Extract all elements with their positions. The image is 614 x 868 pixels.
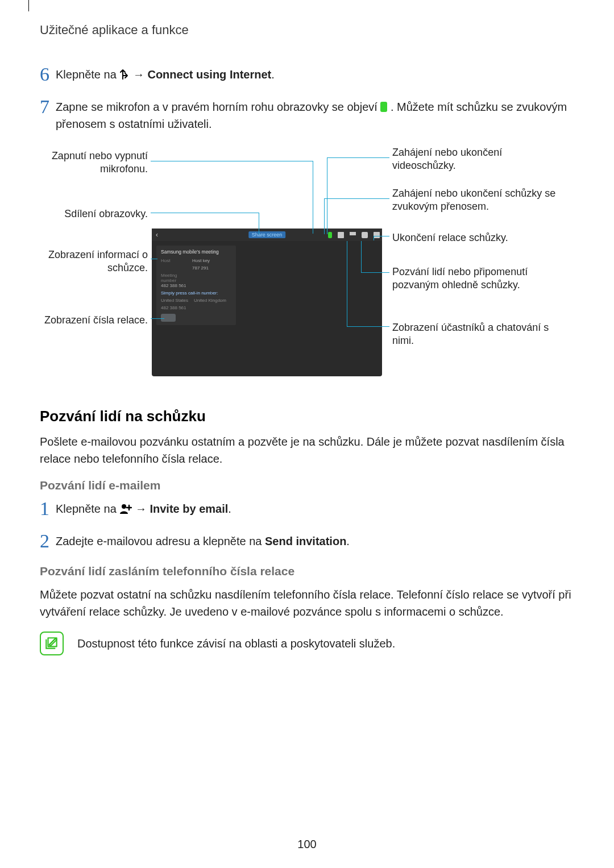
- step-number-1: 1: [40, 499, 56, 518]
- panel-row: Host Host key: [161, 258, 231, 263]
- page-number: 100: [0, 838, 614, 851]
- tablet-mockup: ‹ Share screen Samsung mobile's meeting …: [152, 229, 382, 376]
- dial-in-badge: [161, 314, 176, 322]
- share-screen-button: Share screen: [248, 231, 286, 238]
- sub1-step1-body: Klepněte na → Invite by email.: [56, 500, 574, 519]
- back-icon: ‹: [152, 231, 162, 239]
- exit-icon: [374, 232, 380, 238]
- annotated-figure: Zapnutí nebo vypnutí mikrofonu. Sdílení …: [40, 146, 574, 385]
- callout-meeting-info: Zobrazení informací o schůzce.: [40, 248, 148, 275]
- s2-bold: Send invitation: [265, 535, 346, 547]
- panel-v: 787 291: [192, 265, 209, 271]
- pointer: [259, 213, 259, 234]
- step-7-body: Zapne se mikrofon a v pravém horním rohu…: [56, 98, 574, 132]
- sub2-title: Pozvání lidí zasláním telefonního čísla …: [40, 564, 574, 578]
- sub2-body: Můžete pozvat ostatní na schůzku nasdíle…: [40, 586, 574, 620]
- panel-row: 787 291: [161, 265, 231, 271]
- note-text: Dostupnost této funkce závisí na oblasti…: [77, 635, 395, 652]
- pointer: [151, 318, 164, 319]
- section-body: Pošlete e-mailovou pozvánku ostatním a p…: [40, 433, 574, 467]
- pointer: [151, 213, 259, 213]
- pointer: [327, 157, 327, 234]
- pointer: [374, 236, 389, 236]
- phone-row: United States United Kingdom: [161, 298, 231, 303]
- step-6: 6 Klepněte na → Connect using Internet.: [40, 66, 574, 85]
- pointer: [347, 241, 347, 326]
- step-number-7: 7: [40, 97, 56, 117]
- callout-video-call: Zahájení nebo ukončení videoschůzky.: [392, 146, 563, 173]
- pointer: [313, 161, 313, 234]
- step-number-2: 2: [40, 531, 56, 551]
- callout-share-screen: Sdílení obrazovky.: [40, 207, 148, 221]
- note-row: Dostupnost této funkce závisí na oblasti…: [40, 632, 574, 655]
- callout-invite-people: Pozvání lidí nebo připomenutí pozvaným o…: [392, 265, 563, 292]
- section-title: Pozvání lidí na schůzku: [40, 408, 574, 425]
- pointer: [361, 241, 362, 272]
- pointer: [324, 198, 325, 234]
- sub1-title: Pozvání lidí e-mailem: [40, 479, 574, 492]
- step6-prefix: Klepněte na: [56, 68, 119, 81]
- camera-icon: [338, 232, 344, 238]
- panel-title: Samsung mobile's meeting: [161, 249, 231, 255]
- connection-icon: [119, 68, 130, 85]
- tablet-toolbar: ‹ Share screen: [152, 229, 382, 241]
- add-person-icon: [362, 232, 368, 238]
- meeting-num: 482 388 561: [161, 283, 231, 288]
- pointer: [361, 272, 389, 273]
- panel-v: Host key: [192, 258, 210, 263]
- toolbar-icons: [328, 232, 380, 238]
- callout-session-number: Zobrazení čísla relace.: [40, 314, 148, 327]
- step-7: 7 Zapne se mikrofon a v pravém horním ro…: [40, 98, 574, 132]
- sub1-step-2: 2 Zadejte e-mailovou adresu a klepněte n…: [40, 533, 574, 551]
- s1-suffix: .: [228, 502, 231, 515]
- phone-row: 482 388 561: [161, 305, 231, 310]
- step7-a: Zapne se mikrofon a v pravém horním rohu…: [56, 101, 380, 113]
- sub1-step-1: 1 Klepněte na → Invite by email.: [40, 500, 574, 519]
- step6-suffix: .: [271, 68, 275, 81]
- s1-prefix: Klepněte na: [56, 502, 119, 515]
- pointer: [151, 259, 157, 259]
- note-icon: [40, 632, 64, 655]
- pointer: [327, 157, 389, 158]
- arrow: →: [133, 68, 144, 81]
- pointer: [374, 236, 374, 240]
- phone-c1: 482 388 561: [161, 305, 186, 310]
- step6-bold: Connect using Internet: [147, 68, 271, 81]
- arrow: →: [135, 502, 147, 515]
- phone-c2: United Kingdom: [194, 298, 226, 303]
- pointer: [347, 326, 389, 327]
- page-header: Užitečné aplikace a funkce: [40, 23, 574, 38]
- s2-a: Zadejte e-mailovou adresu a klepněte na: [56, 535, 265, 547]
- step-number-6: 6: [40, 65, 56, 84]
- participants-icon: [350, 232, 356, 238]
- callout-audio-call: Zahájení nebo ukončení schůzky se zvukov…: [392, 187, 563, 214]
- callout-participants: Zobrazení účastníků a chatování s nimi.: [392, 321, 563, 348]
- step-6-body: Klepněte na → Connect using Internet.: [56, 66, 574, 85]
- mic-icon: [328, 232, 332, 238]
- page-content: Užitečné aplikace a funkce 6 Klepněte na…: [0, 0, 614, 655]
- callout-mic-toggle: Zapnutí nebo vypnutí mikrofonu.: [40, 149, 148, 176]
- add-person-icon: [119, 502, 132, 519]
- s2-b: .: [346, 535, 350, 547]
- join-line: Simply press call-in number:: [161, 290, 231, 296]
- pointer: [324, 198, 389, 199]
- panel-k: [161, 265, 186, 271]
- callout-end-session: Ukončení relace schůzky.: [392, 231, 563, 244]
- meeting-info-panel: Samsung mobile's meeting Host Host key 7…: [156, 246, 236, 325]
- mic-indicator-icon: [380, 102, 387, 112]
- panel-k: Host: [161, 258, 186, 263]
- sub1-step2-body: Zadejte e-mailovou adresu a klepněte na …: [56, 533, 574, 550]
- top-margin-rule: [28, 0, 29, 11]
- pointer: [151, 161, 313, 161]
- phone-c1: United States: [161, 298, 188, 303]
- meeting-num-label: Meeting number: [161, 273, 186, 283]
- svg-point-0: [122, 504, 126, 509]
- s1-bold: Invite by email: [150, 502, 228, 515]
